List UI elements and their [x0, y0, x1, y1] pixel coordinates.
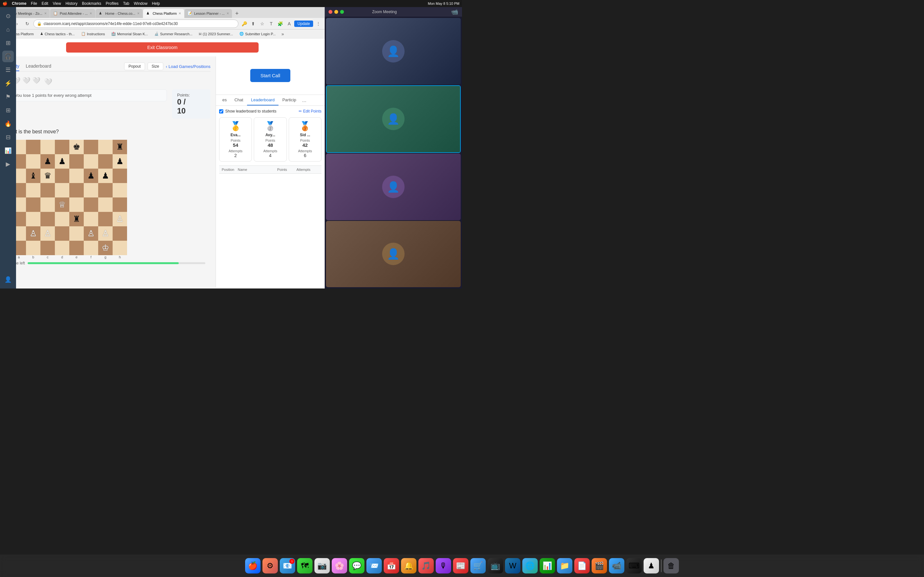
square-h4[interactable]	[113, 197, 127, 212]
menu-edit[interactable]: Edit	[42, 1, 48, 6]
square-b7[interactable]	[26, 154, 40, 169]
square-f6[interactable]: ♟	[84, 169, 98, 183]
bookmark-summer-research[interactable]: 🔬 Summer Research...	[152, 31, 195, 37]
square-d2[interactable]	[55, 226, 69, 241]
sidebar-icon-puzzle[interactable]: ⊞	[2, 105, 14, 116]
square-f2[interactable]: ♙	[84, 226, 98, 241]
square-g7[interactable]	[98, 154, 113, 169]
square-e1[interactable]	[69, 241, 84, 255]
square-d4[interactable]: ♕	[55, 197, 69, 212]
popout-button[interactable]: Popout	[124, 63, 145, 70]
square-h7[interactable]: ♟	[113, 154, 127, 169]
square-e4[interactable]	[69, 197, 84, 212]
square-d6[interactable]	[55, 169, 69, 183]
share-icon[interactable]: ⬆	[249, 20, 257, 27]
square-h6[interactable]	[113, 169, 127, 183]
menu-window[interactable]: Window	[134, 1, 148, 6]
menu-file[interactable]: File	[31, 1, 37, 6]
square-d3[interactable]	[55, 212, 69, 226]
menu-icon[interactable]: ⋮	[314, 20, 322, 27]
square-b8[interactable]	[26, 140, 40, 154]
square-c7[interactable]: ♟	[40, 154, 55, 169]
square-d1[interactable]	[55, 241, 69, 255]
sidebar-icon-timer[interactable]: ⊙	[2, 10, 14, 22]
zoom-tab-particip[interactable]: Particip	[278, 95, 300, 105]
sidebar-icon-home[interactable]: ⌂	[2, 24, 14, 35]
square-c1[interactable]	[40, 241, 55, 255]
square-h8[interactable]: ♜	[113, 140, 127, 154]
zoom-minimize-btn[interactable]	[334, 10, 338, 14]
menu-help[interactable]: Help	[152, 1, 160, 6]
square-c2[interactable]: ♙	[40, 226, 55, 241]
extensions-icon[interactable]: 🧩	[276, 20, 284, 27]
square-h2[interactable]	[113, 226, 127, 241]
size-button[interactable]: Size	[148, 63, 163, 70]
bookmark-instructions[interactable]: 📋 Instructions	[79, 31, 107, 37]
square-d5[interactable]	[55, 183, 69, 197]
tab-close-4[interactable]: ×	[179, 11, 181, 16]
square-c4[interactable]	[40, 197, 55, 212]
square-b1[interactable]	[26, 241, 40, 255]
exit-classroom-button[interactable]: Exit Classroom	[66, 42, 258, 53]
key-icon[interactable]: 🔑	[240, 20, 248, 27]
bookmarks-more-icon[interactable]: »	[279, 31, 286, 37]
bookmark-memorial[interactable]: 🏥 Memorial Sloan K...	[109, 31, 150, 37]
sidebar-icon-list[interactable]: ☰	[2, 64, 14, 76]
square-e5[interactable]	[69, 183, 84, 197]
menu-view[interactable]: View	[53, 1, 61, 6]
square-g4[interactable]	[98, 197, 113, 212]
square-b2[interactable]: ♙	[26, 226, 40, 241]
square-d7[interactable]: ♟	[55, 154, 69, 169]
address-bar[interactable]: 🔒 classroom.icanj.net/app/classrooms/e74…	[33, 19, 238, 28]
toby-icon[interactable]: T	[267, 20, 275, 27]
square-g2[interactable]: ♙	[98, 226, 113, 241]
zoom-maximize-btn[interactable]	[340, 10, 344, 14]
bookmark-chess-tactics[interactable]: ♟ Chess tactics - th...	[37, 31, 78, 37]
square-b5[interactable]	[26, 183, 40, 197]
profile-icon[interactable]: A	[285, 20, 293, 27]
sidebar-icon-fire[interactable]: 🔥	[2, 118, 14, 129]
square-f8[interactable]	[84, 140, 98, 154]
square-f5[interactable]	[84, 183, 98, 197]
square-e7[interactable]	[69, 154, 84, 169]
tab-close-1[interactable]: ×	[44, 11, 47, 16]
tab-leaderboard[interactable]: Leaderboard	[26, 61, 51, 71]
tab-post-attendee[interactable]: 📋 Post Attendee - ... ×	[50, 9, 95, 18]
sidebar-icon-lightning[interactable]: ⚡	[2, 77, 14, 89]
square-e6[interactable]	[69, 169, 84, 183]
square-b6[interactable]: ♝	[26, 169, 40, 183]
new-tab-button[interactable]: +	[232, 9, 241, 18]
square-f4[interactable]	[84, 197, 98, 212]
square-e8[interactable]: ♚	[69, 140, 84, 154]
sidebar-icon-play[interactable]: ▶	[2, 158, 14, 170]
menu-profiles[interactable]: Profiles	[106, 1, 119, 6]
square-e2[interactable]	[69, 226, 84, 241]
sidebar-icon-chart[interactable]: 📊	[2, 145, 14, 156]
square-e3[interactable]: ♜	[69, 212, 84, 226]
square-g6[interactable]: ♟	[98, 169, 113, 183]
square-f7[interactable]	[84, 154, 98, 169]
square-h3[interactable]: ♙	[113, 212, 127, 226]
show-leaderboard-label[interactable]: Show leaderboard to students	[219, 109, 276, 113]
tab-close-5[interactable]: ×	[226, 11, 229, 16]
show-leaderboard-checkbox[interactable]	[219, 109, 223, 113]
bookmark-icon[interactable]: ☆	[258, 20, 266, 27]
square-c8[interactable]	[40, 140, 55, 154]
edit-points-button[interactable]: ✏ Edit Points	[299, 109, 321, 113]
apple-logo[interactable]: 🍎	[3, 1, 7, 6]
tab-chess-platform[interactable]: ♟ Chess Platform ×	[143, 9, 184, 18]
bookmark-submitter[interactable]: 🌐 Submitter Login P...	[237, 31, 278, 37]
square-h1[interactable]	[113, 241, 127, 255]
zoom-tab-chat[interactable]: Chat	[231, 95, 247, 105]
square-g8[interactable]	[98, 140, 113, 154]
square-g5[interactable]	[98, 183, 113, 197]
zoom-close-btn[interactable]	[328, 10, 333, 14]
sidebar-icon-grid[interactable]: ⊞	[2, 37, 14, 49]
reload-button[interactable]: ↻	[23, 19, 31, 28]
sidebar-icon-headphones[interactable]: 🎧	[2, 51, 14, 62]
square-c5[interactable]	[40, 183, 55, 197]
zoom-tab-more[interactable]: …	[300, 95, 309, 105]
zoom-tab-leaderboard[interactable]: Leaderboard	[247, 95, 278, 105]
bookmark-2023-summer[interactable]: H (1) 2023 Summer...	[196, 31, 236, 37]
square-f1[interactable]	[84, 241, 98, 255]
